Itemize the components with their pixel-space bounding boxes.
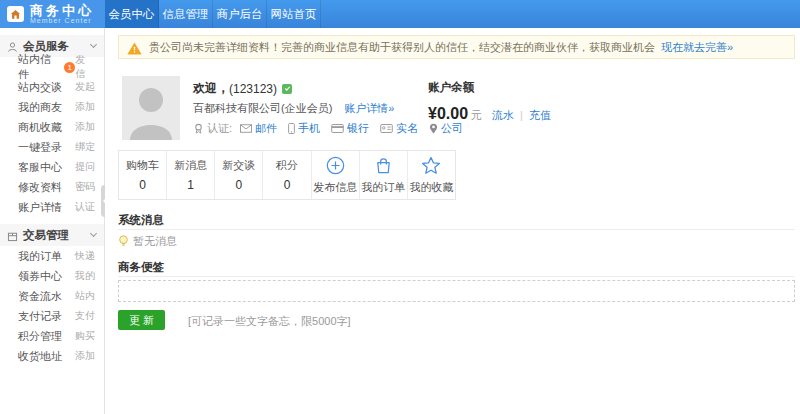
member-center-screen: 商务中心 Member Center 会员中心 信息管理 商户后台 网站首页 会… <box>0 0 800 414</box>
complete-profile-link[interactable]: 现在就去完善» <box>661 40 733 55</box>
update-button[interactable]: 更 新 <box>118 310 165 330</box>
balance-title: 账户余额 <box>428 80 551 95</box>
cert-company-link[interactable]: 公司 <box>429 121 463 136</box>
tab-merchant-backend[interactable]: 商户后台 <box>213 0 267 28</box>
tab-member-center[interactable]: 会员中心 <box>105 0 159 28</box>
welcome-label: 欢迎， <box>193 80 229 97</box>
item-label: 支付记录 <box>18 309 62 324</box>
cert-bank-link[interactable]: 银行 <box>331 121 369 136</box>
item-action-link[interactable]: 我的 <box>75 269 95 283</box>
cert-realname-link[interactable]: 实名 <box>380 121 418 136</box>
cert-email-link[interactable]: 邮件 <box>240 121 277 136</box>
item-action-link[interactable]: 认证 <box>75 200 95 214</box>
notes-hint: [可记录一些文字备忘，限5000字] <box>188 314 351 329</box>
account-details-link[interactable]: 账户详情» <box>344 102 394 114</box>
item-label: 领券中心 <box>18 269 62 284</box>
mail-icon <box>240 124 252 133</box>
business-notes-input[interactable] <box>118 280 795 302</box>
recharge-link[interactable]: 充值 <box>529 108 551 123</box>
warning-icon <box>127 41 142 54</box>
item-action-link[interactable]: 添加 <box>75 100 95 114</box>
item-label: 收货地址 <box>18 349 62 364</box>
item-action-link[interactable]: 购买 <box>75 329 95 343</box>
fund-flow-link[interactable]: 流水 <box>492 108 514 123</box>
bank-card-icon <box>331 124 344 133</box>
item-label: 我的商友 <box>18 100 62 115</box>
sidebar-item-one-click-login[interactable]: 一键登录 绑定 <box>0 137 104 157</box>
item-action-link[interactable]: 发信 <box>75 53 95 81</box>
item-label: 客服中心 <box>18 160 62 175</box>
publish-info-button[interactable]: 发布信息 <box>312 151 360 199</box>
item-action-link[interactable]: 快递 <box>75 249 95 263</box>
item-action-link[interactable]: 发起 <box>75 80 95 94</box>
profile-completion-banner: 贵公司尚未完善详细资料！完善的商业信息有助于获得别人的信任，结交潜在的商业伙伴，… <box>118 35 795 59</box>
divider <box>118 276 795 277</box>
my-orders-button[interactable]: 我的订单 <box>360 151 408 199</box>
item-label: 站内交谈 <box>18 80 62 95</box>
stat-points[interactable]: 积分 0 <box>263 151 311 199</box>
lightbulb-icon <box>118 235 129 248</box>
stats-bar: 购物车 0 新消息 1 新交谈 0 积分 0 发布信息 我的订单 <box>118 150 456 200</box>
item-action-link[interactable]: 站内 <box>75 289 95 303</box>
cert-label: 认证: <box>193 121 232 136</box>
chevron-down-icon <box>90 230 97 237</box>
sidebar-item-payment-records[interactable]: 支付记录 支付 <box>0 306 104 326</box>
star-icon <box>421 156 441 175</box>
logo-text: 商务中心 Member Center <box>30 4 94 25</box>
company-line: 百都科技有限公司(企业会员)账户详情» <box>193 101 394 116</box>
item-action-link[interactable]: 密码 <box>75 180 95 194</box>
stat-new-chats[interactable]: 新交谈 0 <box>215 151 263 199</box>
top-nav: 会员中心 信息管理 商户后台 网站首页 <box>105 0 321 28</box>
item-action-link[interactable]: 添加 <box>75 349 95 363</box>
avatar <box>122 76 180 140</box>
cert-phone-link[interactable]: 手机 <box>288 121 320 136</box>
item-label: 一键登录 <box>18 140 62 155</box>
item-label: 资金流水 <box>18 289 62 304</box>
separator: | <box>520 109 523 121</box>
tab-website-home[interactable]: 网站首页 <box>267 0 321 28</box>
my-favorites-button[interactable]: 我的收藏 <box>408 151 455 199</box>
id-card-icon <box>380 124 393 133</box>
tab-info-management[interactable]: 信息管理 <box>159 0 213 28</box>
business-notes-title: 商务便签 <box>118 260 164 275</box>
balance-amount: ¥0.00 <box>428 105 468 123</box>
stat-new-messages[interactable]: 新消息 1 <box>167 151 215 199</box>
sidebar-item-customer-service[interactable]: 客服中心 提问 <box>0 157 104 177</box>
sidebar-item-site-mail[interactable]: 站内信件 1 发信 <box>0 57 104 77</box>
banner-message: 贵公司尚未完善详细资料！完善的商业信息有助于获得别人的信任，结交潜在的商业伙伴，… <box>149 40 655 55</box>
company-name: 百都科技有限公司(企业会员) <box>193 102 332 114</box>
sidebar-item-fund-flow[interactable]: 资金流水 站内 <box>0 286 104 306</box>
item-label: 积分管理 <box>18 329 62 344</box>
unread-badge: 1 <box>64 62 75 73</box>
medal-icon <box>193 123 204 134</box>
sidebar-group-transaction-management[interactable]: 交易管理 <box>0 224 104 246</box>
sidebar-item-account-details[interactable]: 账户详情 认证 <box>0 197 104 217</box>
item-label: 账户详情 <box>18 200 62 215</box>
sidebar-item-opportunity-favorites[interactable]: 商机收藏 添加 <box>0 117 104 137</box>
stat-shopping-cart[interactable]: 购物车 0 <box>119 151 167 199</box>
item-action-link[interactable]: 绑定 <box>75 140 95 154</box>
item-label: 站内信件 <box>18 52 61 82</box>
sidebar: 会员服务 站内信件 1 发信 站内交谈 发起 我的商友 添加 商机收藏 添加 一… <box>0 28 105 414</box>
sidebar-item-shipping-address[interactable]: 收货地址 添加 <box>0 346 104 366</box>
sidebar-item-coupon-center[interactable]: 领券中心 我的 <box>0 266 104 286</box>
item-action-link[interactable]: 添加 <box>75 120 95 134</box>
phone-icon <box>288 123 295 134</box>
item-label: 修改资料 <box>18 180 62 195</box>
bag-icon <box>374 156 393 175</box>
sidebar-item-edit-profile[interactable]: 修改资料 密码 <box>0 177 104 197</box>
balance-row: ¥0.00 元 流水 | 充值 <box>428 105 551 123</box>
sidebar-item-points-management[interactable]: 积分管理 购买 <box>0 326 104 346</box>
top-header: 商务中心 Member Center 会员中心 信息管理 商户后台 网站首页 <box>0 0 800 28</box>
welcome-line: 欢迎， (123123) <box>193 80 292 97</box>
account-id: (123123) <box>229 82 277 96</box>
sidebar-item-my-orders[interactable]: 我的订单 快递 <box>0 246 104 266</box>
sidebar-item-site-chat[interactable]: 站内交谈 发起 <box>0 77 104 97</box>
no-messages-row: 暂无消息 <box>118 234 177 249</box>
box-icon <box>6 229 19 242</box>
item-action-link[interactable]: 提问 <box>75 160 95 174</box>
app-logo: 商务中心 Member Center <box>0 0 105 28</box>
item-action-link[interactable]: 支付 <box>75 309 95 323</box>
sidebar-item-business-friends[interactable]: 我的商友 添加 <box>0 97 104 117</box>
home-icon <box>7 6 24 22</box>
